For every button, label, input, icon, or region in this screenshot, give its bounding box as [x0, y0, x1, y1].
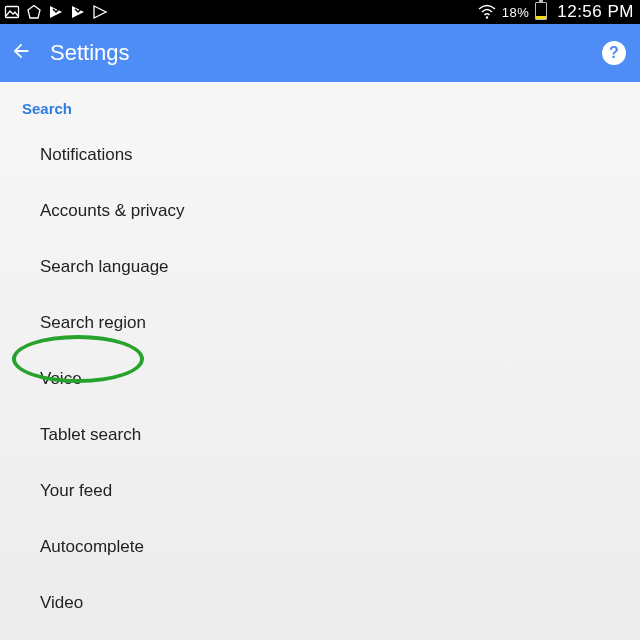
- back-arrow-icon[interactable]: [10, 40, 32, 66]
- settings-item-voice[interactable]: Voice: [0, 351, 640, 407]
- page-title: Settings: [50, 40, 584, 66]
- settings-item-notifications[interactable]: Notifications: [0, 127, 640, 183]
- settings-item-tablet-search[interactable]: Tablet search: [0, 407, 640, 463]
- status-clock: 12:56 PM: [557, 2, 634, 22]
- list-item-label: Your feed: [40, 481, 112, 500]
- battery-percent-text: 18%: [502, 5, 530, 20]
- svg-marker-4: [94, 6, 106, 18]
- play-store-icon: [92, 4, 108, 20]
- pentagon-icon: [26, 4, 42, 20]
- list-item-label: Search language: [40, 257, 169, 276]
- list-item-label: Tablet search: [40, 425, 141, 444]
- android-status-bar: 18% 12:56 PM: [0, 0, 640, 24]
- settings-item-accounts-privacy[interactable]: Accounts & privacy: [0, 183, 640, 239]
- svg-marker-1: [28, 6, 40, 19]
- settings-item-about[interactable]: About: [0, 631, 640, 640]
- list-item-label: Notifications: [40, 145, 133, 164]
- list-item-label: Voice: [40, 369, 82, 388]
- status-right-icons: 18% 12:56 PM: [478, 2, 634, 23]
- settings-item-video[interactable]: Video: [0, 575, 640, 631]
- settings-list: Search Notifications Accounts & privacy …: [0, 82, 640, 640]
- status-left-icons: [4, 4, 108, 20]
- play-store-update-icon: [48, 4, 64, 20]
- list-item-label: Autocomplete: [40, 537, 144, 556]
- help-icon: ?: [602, 41, 626, 65]
- list-item-label: Accounts & privacy: [40, 201, 185, 220]
- app-action-bar: Settings ?: [0, 24, 640, 82]
- wifi-icon: [478, 4, 496, 20]
- list-item-label: Video: [40, 593, 83, 612]
- battery-icon: [535, 2, 547, 23]
- picture-icon: [4, 4, 20, 20]
- play-store-update-icon: [70, 4, 86, 20]
- settings-item-your-feed[interactable]: Your feed: [0, 463, 640, 519]
- settings-item-search-language[interactable]: Search language: [0, 239, 640, 295]
- list-item-label: Search region: [40, 313, 146, 332]
- svg-point-5: [486, 16, 488, 18]
- help-button[interactable]: ?: [602, 41, 626, 65]
- settings-item-search-region[interactable]: Search region: [0, 295, 640, 351]
- settings-item-autocomplete[interactable]: Autocomplete: [0, 519, 640, 575]
- section-header-search: Search: [0, 82, 640, 127]
- svg-rect-0: [6, 7, 19, 18]
